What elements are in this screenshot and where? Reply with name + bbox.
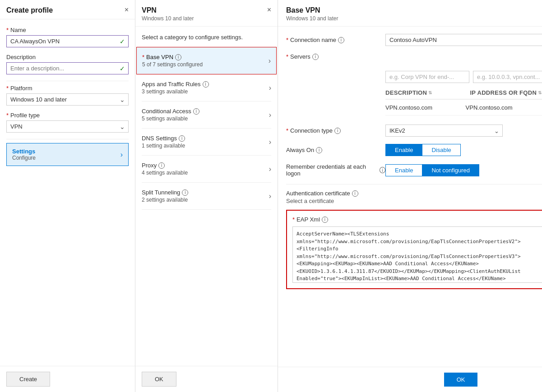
ip-fqdn-sort-icon[interactable]: ⇅ [538, 90, 542, 95]
description-col-header: Description ⇅ [385, 89, 466, 96]
table-row: VPN.contoso.com VPN.contoso.com true ··· [385, 100, 542, 115]
eap-xml-input[interactable]: AcceptServerName><TLSExtensions xmlns="h… [293, 227, 542, 281]
mid-panel-close[interactable]: × [267, 6, 271, 14]
profile-type-select-wrapper: VPN [6, 120, 129, 133]
split-tunneling-chevron-icon: › [269, 192, 271, 200]
servers-actions: Import Export [385, 53, 542, 66]
eap-xml-info-icon[interactable]: i [322, 217, 328, 223]
dns-settings-info-icon[interactable]: i [179, 135, 185, 142]
description-group: Description ✓ [6, 54, 129, 74]
profile-type-label: * Profile type [6, 112, 129, 119]
name-group: * Name ✓ [6, 27, 129, 47]
create-profile-panel: Create profile × * Name ✓ Description ✓ [0, 0, 135, 392]
description-input[interactable] [385, 71, 469, 83]
platform-select-wrapper: Windows 10 and later [6, 93, 129, 106]
proxy-chevron-icon: › [269, 165, 271, 173]
servers-label: * Servers i [286, 53, 385, 60]
mid-panel-body: Select a category to configure settings.… [135, 27, 278, 366]
connection-type-select[interactable]: IKEv2 [385, 125, 503, 137]
conditional-access-chevron-icon: › [269, 111, 271, 119]
name-label: * Name [6, 27, 129, 33]
always-on-info-icon[interactable]: i [316, 147, 322, 153]
category-item-dns-settings[interactable]: DNS Settings i 1 setting available › [142, 129, 271, 156]
divider-2 [6, 139, 129, 139]
server-input-row: True False Add [385, 71, 542, 83]
right-ok-button[interactable]: OK [444, 373, 478, 387]
proxy-info-icon[interactable]: i [158, 162, 165, 169]
category-intro: Select a category to configure settings. [142, 34, 271, 41]
base-vpn-info-icon[interactable]: i [175, 54, 181, 60]
left-panel-body: * Name ✓ Description ✓ * Platform [0, 19, 135, 366]
name-check-icon: ✓ [120, 38, 125, 45]
right-panel-header: Base VPN Windows 10 and later ⬜ × [278, 0, 542, 27]
always-on-disable-button[interactable]: Disable [422, 144, 460, 156]
remember-creds-info-icon[interactable]: i [380, 167, 385, 173]
category-item-base-vpn[interactable]: * Base VPN i 5 of 7 settings configured … [136, 47, 277, 74]
eap-textarea-wrapper: AcceptServerName><TLSExtensions xmlns="h… [292, 226, 542, 283]
category-item-proxy[interactable]: Proxy i 4 settings available › [142, 156, 271, 183]
always-on-row: Always On i Enable Disable [286, 144, 542, 156]
right-panel-body: * Connection name i * Servers i Import E… [278, 27, 542, 367]
create-button[interactable]: Create [6, 372, 50, 387]
base-vpn-panel: Base VPN Windows 10 and later ⬜ × * Conn… [278, 0, 542, 392]
conditional-access-info-icon[interactable]: i [193, 108, 199, 115]
mid-panel-footer: OK [135, 366, 278, 392]
vpn-panel: VPN Windows 10 and later × Select a cate… [135, 0, 278, 392]
profile-type-group: * Profile type VPN [6, 112, 129, 133]
connection-type-row: * Connection type i IKEv2 [286, 125, 542, 137]
mid-ok-button[interactable]: OK [142, 372, 176, 387]
name-input-wrapper: ✓ [6, 35, 129, 47]
ip-fqdn-input[interactable] [473, 71, 542, 83]
connection-name-label: * Connection name i [286, 37, 385, 43]
right-panel-footer: OK [278, 367, 542, 392]
ip-fqdn-col-header: IP address or FQDN ⇅ [470, 89, 542, 96]
split-tunneling-info-icon[interactable]: i [182, 189, 188, 196]
left-panel-footer: Create [0, 366, 135, 392]
connection-name-row: * Connection name i [286, 34, 542, 46]
connection-name-info-icon[interactable]: i [338, 37, 344, 43]
mid-panel-header: VPN Windows 10 and later × [135, 0, 278, 27]
always-on-toggle-group: Enable Disable [385, 144, 461, 156]
auth-cert-value: Select a certificate [286, 198, 358, 204]
settings-chevron-icon: › [120, 151, 123, 159]
auth-cert-info-icon[interactable]: i [352, 190, 358, 197]
settings-item[interactable]: Settings Configure › [6, 143, 129, 166]
divider-1 [6, 81, 129, 81]
description-input[interactable] [6, 62, 129, 74]
category-item-conditional-access[interactable]: Conditional Access i 5 settings availabl… [142, 101, 271, 129]
base-vpn-chevron-icon: › [269, 57, 271, 65]
auth-cert-label: Authentication certificate i [286, 190, 358, 197]
always-on-enable-button[interactable]: Enable [385, 144, 422, 156]
profile-type-select[interactable]: VPN [6, 120, 129, 133]
description-input-wrapper: ✓ [6, 62, 129, 74]
description-check-icon: ✓ [120, 65, 125, 72]
connection-type-label: * Connection type i [286, 127, 385, 134]
dns-settings-chevron-icon: › [269, 138, 271, 146]
category-item-apps-traffic[interactable]: Apps and Traffic Rules i 3 settings avai… [142, 74, 271, 101]
description-sort-icon[interactable]: ⇅ [428, 90, 432, 95]
servers-info-icon[interactable]: i [312, 54, 319, 60]
eap-xml-section: * EAP Xml i AcceptServerName><TLSExtensi… [286, 210, 542, 289]
apps-traffic-chevron-icon: › [269, 84, 271, 92]
servers-table-header: Description ⇅ IP address or FQDN ⇅ Defau… [385, 87, 542, 100]
platform-select[interactable]: Windows 10 and later [6, 93, 129, 106]
left-panel-title: Create profile [6, 6, 53, 14]
left-panel-close[interactable]: × [125, 6, 129, 14]
category-item-split-tunneling[interactable]: Split Tunneling i 2 settings available › [142, 183, 271, 210]
connection-name-input[interactable] [385, 34, 542, 46]
name-input[interactable] [6, 35, 129, 47]
left-panel-header: Create profile × [0, 0, 135, 19]
connection-type-info-icon[interactable]: i [334, 128, 341, 134]
always-on-label: Always On i [286, 147, 385, 153]
remember-creds-row: Remember credentials at each logon i Ena… [286, 163, 542, 177]
remember-enable-button[interactable]: Enable [385, 164, 422, 176]
remember-not-configured-button[interactable]: Not configured [422, 164, 479, 176]
description-label: Description [6, 54, 129, 60]
eap-xml-label: * EAP Xml i [292, 216, 542, 223]
servers-row: * Servers i Import Export True False [286, 53, 542, 115]
platform-group: * Platform Windows 10 and later [6, 85, 129, 106]
platform-label: * Platform [6, 85, 129, 92]
remember-creds-label: Remember credentials at each logon i [286, 163, 385, 177]
apps-traffic-info-icon[interactable]: i [203, 81, 209, 88]
remember-creds-toggle-group: Enable Not configured [385, 164, 479, 176]
